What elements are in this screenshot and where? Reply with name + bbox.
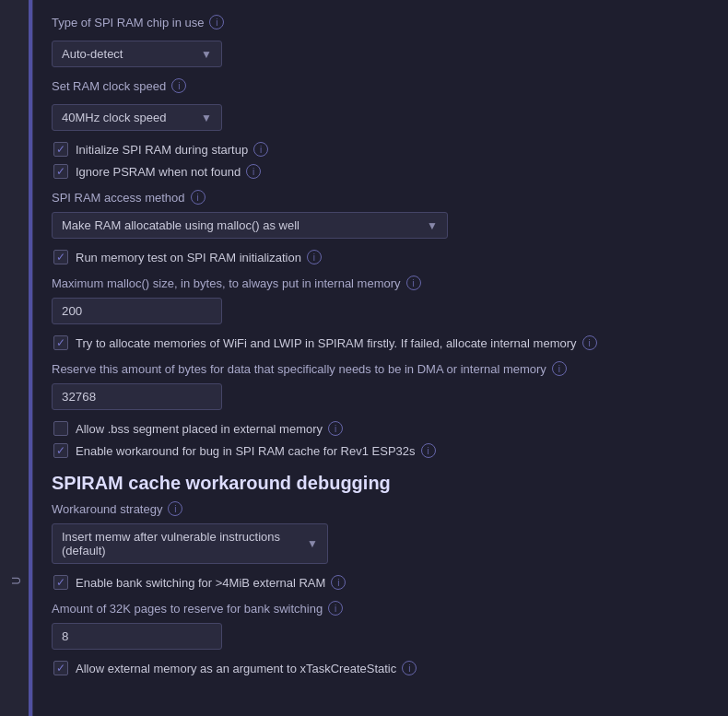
workaround-dropdown-arrow: ▼ xyxy=(307,537,318,550)
ram-clock-dropdown-arrow: ▼ xyxy=(201,112,212,124)
ignore-psram-row: Ignore PSRAM when not found i xyxy=(52,164,710,179)
main-content: Type of SPI RAM chip in use i Auto-detec… xyxy=(33,0,728,716)
enable-workaround-checkbox[interactable] xyxy=(53,443,68,458)
spi-access-label: SPI RAM access method i xyxy=(52,190,710,205)
run-memory-test-row: Run memory test on SPI RAM initializatio… xyxy=(52,250,710,264)
allow-external-row: Allow external memory as an argument to … xyxy=(52,661,710,675)
try-allocate-checkbox[interactable] xyxy=(53,335,68,350)
run-memory-test-checkbox[interactable] xyxy=(53,250,68,264)
ignore-psram-checkbox[interactable] xyxy=(53,164,68,179)
amount-32k-info-icon[interactable]: i xyxy=(328,601,343,616)
spi-chip-dropdown[interactable]: Auto-detect ▼ xyxy=(52,41,222,67)
enable-bank-switching-row: Enable bank switching for >4MiB external… xyxy=(52,575,710,590)
init-spi-row: Initialize SPI RAM during startup i xyxy=(52,142,710,157)
allow-bss-row: Allow .bss segment placed in external me… xyxy=(52,421,710,436)
workaround-dropdown[interactable]: Insert memw after vulnerable instruction… xyxy=(52,523,328,564)
reserve-bytes-input[interactable] xyxy=(52,383,222,410)
spi-chip-info-icon[interactable]: i xyxy=(209,15,224,29)
enable-bank-switching-checkbox[interactable] xyxy=(53,575,68,590)
init-spi-info-icon[interactable]: i xyxy=(253,142,268,157)
allow-bss-checkbox[interactable] xyxy=(53,421,68,436)
ram-clock-info-icon[interactable]: i xyxy=(171,78,186,93)
allow-external-info-icon[interactable]: i xyxy=(402,661,417,675)
workaround-dropdown-value: Insert memw after vulnerable instruction… xyxy=(62,530,307,558)
max-malloc-label: Maximum malloc() size, in bytes, to alwa… xyxy=(52,276,710,290)
init-spi-checkbox[interactable] xyxy=(53,142,68,157)
reserve-bytes-info-icon[interactable]: i xyxy=(552,361,567,376)
enable-bank-switching-info-icon[interactable]: i xyxy=(331,575,346,590)
sidebar: U xyxy=(0,0,33,716)
spi-access-info-icon[interactable]: i xyxy=(191,190,205,205)
ram-clock-dropdown-value: 40MHz clock speed xyxy=(62,111,166,124)
allow-bss-info-icon[interactable]: i xyxy=(328,421,343,436)
allow-external-checkbox[interactable] xyxy=(53,661,68,675)
spi-chip-label: Type of SPI RAM chip in use i xyxy=(52,15,710,29)
enable-workaround-info-icon[interactable]: i xyxy=(421,443,436,458)
try-allocate-info-icon[interactable]: i xyxy=(582,335,597,350)
reserve-bytes-label: Reserve this amount of bytes for data th… xyxy=(52,361,710,376)
sidebar-label: U xyxy=(10,576,23,584)
enable-workaround-row: Enable workaround for bug in SPI RAM cac… xyxy=(52,443,710,458)
spi-access-dropdown-value: Make RAM allocatable using malloc() as w… xyxy=(62,218,299,232)
try-allocate-row: Try to allocate memories of WiFi and LWI… xyxy=(52,335,710,350)
run-memory-test-info-icon[interactable]: i xyxy=(307,250,322,264)
spi-chip-dropdown-value: Auto-detect xyxy=(62,47,123,61)
workaround-strategy-label: Workaround strategy i xyxy=(52,501,710,516)
max-malloc-input[interactable] xyxy=(52,298,222,324)
spiram-section-heading: SPIRAM cache workaround debugging xyxy=(52,473,710,494)
sidebar-accent xyxy=(29,0,32,716)
ram-clock-dropdown[interactable]: 40MHz clock speed ▼ xyxy=(52,104,222,131)
spi-access-dropdown-arrow: ▼ xyxy=(427,219,438,232)
max-malloc-info-icon[interactable]: i xyxy=(406,276,421,290)
workaround-strategy-info-icon[interactable]: i xyxy=(168,501,182,516)
spi-chip-dropdown-arrow: ▼ xyxy=(201,48,212,61)
ram-clock-label: Set RAM clock speed i xyxy=(52,78,710,93)
amount-32k-label: Amount of 32K pages to reserve for bank … xyxy=(52,601,710,616)
spi-access-dropdown[interactable]: Make RAM allocatable using malloc() as w… xyxy=(52,212,448,239)
amount-32k-input[interactable] xyxy=(52,623,222,650)
ignore-psram-info-icon[interactable]: i xyxy=(246,164,261,179)
